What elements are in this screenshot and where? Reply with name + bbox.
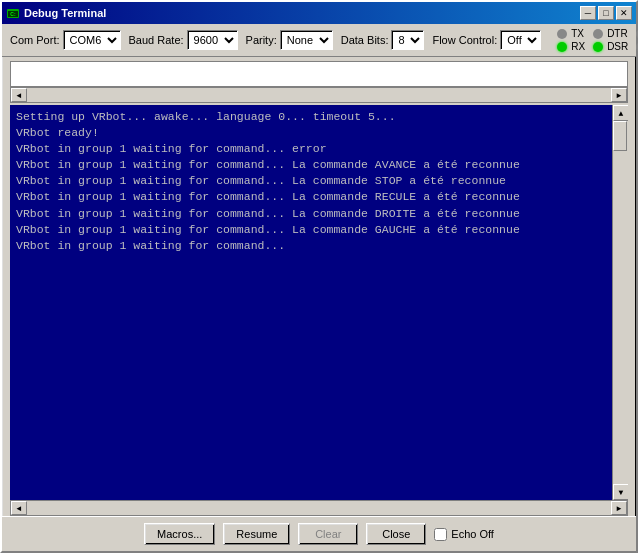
title-bar-buttons: ─ □ ✕ [580,6,632,20]
terminal-scroll-left[interactable]: ◄ [11,501,27,515]
input-area [10,61,628,87]
command-input[interactable] [11,62,627,86]
scroll-up-button[interactable]: ▲ [613,105,628,121]
scroll-thumb[interactable] [613,121,627,151]
flow-control-select[interactable]: Off [500,30,541,50]
data-bits-label: Data Bits: [341,34,389,46]
rx-label: RX [571,41,585,52]
rx-led [557,42,567,52]
scroll-track[interactable] [613,121,628,484]
baud-rate-group: Baud Rate: 9600 [129,30,238,50]
clear-button[interactable]: Clear [298,523,358,545]
echo-off-label[interactable]: Echo Off [451,528,494,540]
footer: Macros... Resume Clear Close Echo Off [2,516,636,551]
input-scroll-left[interactable]: ◄ [11,88,27,102]
terminal-vscrollbar: ▲ ▼ [612,105,628,500]
dsr-label: DSR [607,41,628,52]
baud-rate-select[interactable]: 9600 [187,30,238,50]
close-button-footer[interactable]: Close [366,523,426,545]
parity-group: Parity: None [246,30,333,50]
dsr-indicator: DSR [593,41,628,52]
maximize-button[interactable]: □ [598,6,614,20]
dsr-led [593,42,603,52]
tx-rx-col: TX RX [557,28,585,52]
toolbar: Com Port: COM6 Baud Rate: 9600 Parity: N… [2,24,636,57]
dtr-label: DTR [607,28,628,39]
flow-control-group: Flow Control: Off [432,30,541,50]
dtr-indicator: DTR [593,28,628,39]
echo-off-group: Echo Off [434,528,494,541]
terminal-scroll-right[interactable]: ► [611,501,627,515]
tx-led [557,29,567,39]
rx-indicator: RX [557,41,585,52]
minimize-button[interactable]: ─ [580,6,596,20]
terminal-output: Setting up VRbot... awake... language 0.… [10,105,612,500]
com-port-select[interactable]: COM6 [63,30,121,50]
data-bits-select[interactable]: 8 [391,30,424,50]
title-bar: C: Debug Terminal ─ □ ✕ [2,2,636,24]
dtr-dsr-col: DTR DSR [593,28,628,52]
input-scroll-track [27,88,611,102]
data-bits-group: Data Bits: 8 [341,30,425,50]
macros-button[interactable]: Macros... [144,523,215,545]
terminal-hscroll-track [27,501,611,515]
input-hscrollbar: ◄ ► [10,87,628,103]
baud-rate-label: Baud Rate: [129,34,184,46]
main-window: C: Debug Terminal ─ □ ✕ Com Port: COM6 B… [0,0,638,553]
svg-text:C:: C: [10,11,16,17]
terminal-area: Setting up VRbot... awake... language 0.… [10,105,628,500]
echo-off-checkbox[interactable] [434,528,447,541]
com-port-label: Com Port: [10,34,60,46]
dtr-led [593,29,603,39]
terminal-hscrollbar: ◄ ► [10,500,628,516]
parity-label: Parity: [246,34,277,46]
window-title: Debug Terminal [24,7,106,19]
indicators-section: TX RX DTR DSR RT [557,28,638,52]
com-port-group: Com Port: COM6 [10,30,121,50]
window-icon: C: [6,6,20,20]
resume-button[interactable]: Resume [223,523,290,545]
close-button[interactable]: ✕ [616,6,632,20]
parity-select[interactable]: None [280,30,333,50]
tx-label: TX [571,28,584,39]
input-scroll-right[interactable]: ► [611,88,627,102]
tx-indicator: TX [557,28,585,39]
title-bar-left: C: Debug Terminal [6,6,106,20]
scroll-down-button[interactable]: ▼ [613,484,628,500]
flow-control-label: Flow Control: [432,34,497,46]
